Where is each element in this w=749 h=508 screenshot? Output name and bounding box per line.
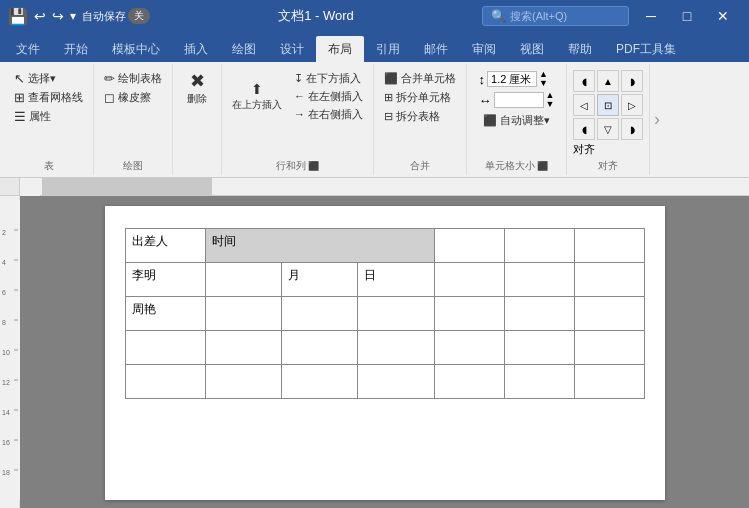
align-topcenter-button[interactable]: ▲ [597,70,619,92]
table-cell[interactable] [434,297,504,331]
table-cell[interactable] [574,229,644,263]
tab-help[interactable]: 帮助 [556,36,604,62]
ribbon-group-merge: ⬛ 合并单元格 ⊞ 拆分单元格 ⊟ 拆分表格 合并 [374,64,467,175]
table-cell[interactable] [205,331,281,365]
cursor-icon: ↖ [14,71,25,86]
tab-draw[interactable]: 绘图 [220,36,268,62]
table-cell[interactable] [504,365,574,399]
row-height-input[interactable] [487,71,537,87]
ribbon-group-table: ↖选择▾ ⊞查看网格线 ☰属性 表 [4,64,94,175]
table-cell[interactable] [205,365,281,399]
height-down-icon[interactable]: ▼ [539,79,548,88]
ribbon: ↖选择▾ ⊞查看网格线 ☰属性 表 ✏绘制表格 ◻橡皮擦 绘图 ✖ 删除 [0,62,749,178]
table-cell[interactable] [574,331,644,365]
table-cell[interactable]: 日 [358,263,434,297]
table-row: 周艳 [125,297,644,331]
autosave-toggle[interactable]: 自动保存 关 [82,8,150,24]
align-midcenter-button[interactable]: ⊡ [597,94,619,116]
tab-file[interactable]: 文件 [4,36,52,62]
customize-icon[interactable]: ▾ [70,9,76,23]
split-table-button[interactable]: ⊟ 拆分表格 [380,108,444,125]
table-cell[interactable] [125,331,205,365]
document-area[interactable]: 出差人 时间 李明 月 日 [20,196,749,508]
table-cell[interactable]: 周艳 [125,297,205,331]
eraser-button[interactable]: ◻橡皮擦 [100,89,166,106]
tab-layout[interactable]: 布局 [316,36,364,62]
svg-text:8: 8 [2,319,6,326]
table-cell[interactable] [358,365,434,399]
merge-group-label: 合并 [410,157,430,173]
maximize-button[interactable]: □ [669,0,705,32]
tab-view[interactable]: 视图 [508,36,556,62]
auto-adjust-button[interactable]: ⬛ 自动调整▾ [479,112,554,129]
tab-references[interactable]: 引用 [364,36,412,62]
align-botright-button[interactable]: ◗ [621,118,643,140]
table-cell[interactable]: 时间 [205,229,434,263]
view-gridlines-button[interactable]: ⊞查看网格线 [10,89,87,106]
undo-icon[interactable]: ↩ [34,8,46,24]
table-cell[interactable] [434,365,504,399]
table-cell[interactable] [504,263,574,297]
tab-home[interactable]: 开始 [52,36,100,62]
insert-left-button[interactable]: ← 在左侧插入 [290,88,367,105]
align-botleft-button[interactable]: ◖ [573,118,595,140]
tab-design[interactable]: 设计 [268,36,316,62]
cellsize-expand-icon[interactable]: ⬛ [537,161,548,171]
table-cell[interactable] [205,263,281,297]
table-cell[interactable] [281,331,357,365]
minimize-button[interactable]: ─ [633,0,669,32]
svg-text:6: 6 [2,289,6,296]
align-topright-button[interactable]: ◗ [621,70,643,92]
search-input[interactable] [510,10,620,22]
table-cell[interactable] [574,263,644,297]
ribbon-scroll-right[interactable]: › [650,64,664,175]
table-cell[interactable] [358,297,434,331]
table-row [125,331,644,365]
select-button[interactable]: ↖选择▾ [10,70,87,87]
table-cell[interactable] [434,331,504,365]
table-cell[interactable]: 月 [281,263,357,297]
tab-pdf[interactable]: PDF工具集 [604,36,688,62]
table-cell[interactable] [504,331,574,365]
tab-template[interactable]: 模板中心 [100,36,172,62]
col-width-input[interactable] [494,92,544,108]
draw-table-button[interactable]: ✏绘制表格 [100,70,166,87]
table-cell[interactable]: 出差人 [125,229,205,263]
table-cell[interactable] [574,297,644,331]
table-cell[interactable] [125,365,205,399]
insert-below-button[interactable]: ↧ 在下方插入 [290,70,367,87]
text-direction-label: 对齐 [573,142,595,157]
tab-insert[interactable]: 插入 [172,36,220,62]
close-button[interactable]: ✕ [705,0,741,32]
align-topleft-button[interactable]: ◖ [573,70,595,92]
search-box[interactable]: 🔍 [482,6,629,26]
properties-button[interactable]: ☰属性 [10,108,87,125]
save-icon[interactable]: 💾 [8,7,28,26]
table-cell[interactable] [574,365,644,399]
align-botcenter-button[interactable]: ▽ [597,118,619,140]
insert-right-button[interactable]: → 在右侧插入 [290,106,367,123]
merge-cells-button[interactable]: ⬛ 合并单元格 [380,70,460,87]
redo-icon[interactable]: ↪ [52,8,64,24]
align-midright-button[interactable]: ▷ [621,94,643,116]
table-cell[interactable] [281,297,357,331]
align-midleft-button[interactable]: ◁ [573,94,595,116]
insert-above-button[interactable]: ⬆ 在上方插入 [228,70,286,123]
table-cell[interactable] [281,365,357,399]
split-cells-button[interactable]: ⊞ 拆分单元格 [380,89,455,106]
table-cell[interactable] [358,331,434,365]
table-cell[interactable] [434,263,504,297]
tab-mailings[interactable]: 邮件 [412,36,460,62]
width-down-icon[interactable]: ▼ [546,100,555,109]
table-cell[interactable]: 李明 [125,263,205,297]
table-cell[interactable] [504,297,574,331]
tab-review[interactable]: 审阅 [460,36,508,62]
delete-icon: ✖ [190,72,205,90]
delete-button[interactable]: ✖ 删除 [179,70,215,108]
rows-expand-icon[interactable]: ⬛ [308,161,319,171]
table-cell[interactable] [434,229,504,263]
search-icon: 🔍 [491,9,506,23]
table-cell[interactable] [205,297,281,331]
table-cell[interactable] [504,229,574,263]
svg-text:2: 2 [2,229,6,236]
